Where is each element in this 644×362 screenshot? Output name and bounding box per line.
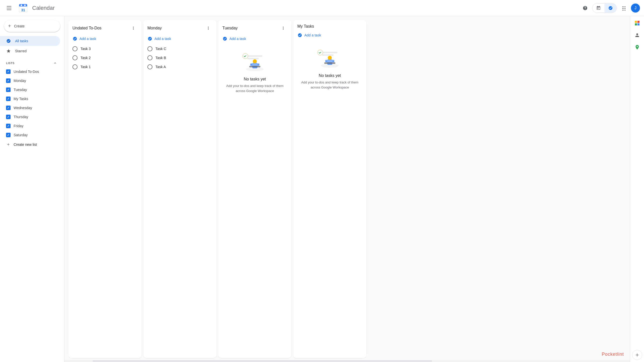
task-label: Task 1 [80,65,91,69]
header-left: 31 Calendar [4,3,55,13]
svg-rect-26 [324,62,335,64]
tasks-view-button[interactable] [605,4,617,13]
task-checkbox[interactable] [72,64,77,69]
create-plus-icon: + [8,23,11,29]
add-task-undated-button[interactable]: Add a task [68,34,141,44]
app-title: Calendar [32,5,55,11]
avatar[interactable]: J [631,4,640,13]
svg-rect-33 [637,23,639,25]
add-task-undated-label: Add a task [79,37,96,41]
column-tuesday-more-button[interactable] [279,24,287,32]
help-button[interactable] [580,3,590,13]
checkbox-thursday [6,115,11,119]
column-undated-more-button[interactable] [129,24,137,32]
google-calendar-logo: 31 [18,3,28,13]
calendar-view-button[interactable] [592,4,605,13]
create-button[interactable]: + Create [4,20,60,32]
collapse-lists-button[interactable] [52,60,58,66]
sidebar-item-starred[interactable]: Starred [0,46,60,56]
list-item-friday[interactable]: Friday [0,121,60,130]
list-item-monday[interactable]: Monday [0,76,60,85]
svg-rect-20 [322,54,334,56]
column-undated-header: Undated To-Dos [68,20,141,34]
add-task-tuesday-icon [222,36,227,41]
task-checkbox[interactable] [72,46,77,51]
right-add-button[interactable] [632,350,642,360]
add-task-my-tasks-icon [297,33,302,38]
svg-text:31: 31 [21,8,25,12]
add-task-monday-button[interactable]: Add a task [143,34,216,44]
right-maps-button[interactable] [632,42,642,52]
svg-rect-31 [637,21,639,23]
column-monday-more-button[interactable] [204,24,212,32]
add-task-my-tasks-button[interactable]: Add a task [293,31,366,41]
list-item-monday-label: Monday [14,79,26,83]
svg-point-25 [328,56,332,60]
column-tuesday: Tuesday Add a task [218,20,291,358]
list-item-my-tasks[interactable]: My Tasks [0,94,60,103]
right-contacts-icon [634,32,640,38]
task-item[interactable]: Task 2 [68,53,141,62]
checkbox-wednesday [6,106,11,110]
list-item-saturday[interactable]: Saturday [0,130,60,140]
add-task-tuesday-label: Add a task [229,37,246,41]
task-checkbox[interactable] [147,46,152,51]
task-checkbox[interactable] [147,64,152,69]
checkbox-undated [6,69,11,74]
app-header: 31 Calendar J [0,0,644,16]
sidebar: + Create All tasks Starred Lists Undated [0,16,64,362]
task-label: Task B [155,56,166,60]
add-task-monday-icon [147,36,152,41]
calendar-icon [596,6,601,10]
lists-section-title: Lists [6,62,15,65]
sidebar-item-all-tasks[interactable]: All tasks [0,36,60,46]
sidebar-item-all-tasks-label: All tasks [15,39,28,43]
task-checkbox[interactable] [147,55,152,60]
task-label: Task C [155,47,166,51]
more-vert-icon [131,26,136,30]
list-item-tuesday[interactable]: Tuesday [0,85,60,94]
list-item-saturday-label: Saturday [14,133,28,137]
right-contacts-button[interactable] [632,30,642,40]
task-item[interactable]: Task 3 [68,44,141,53]
task-item[interactable]: Task C [143,44,216,53]
my-tasks-empty-title: No tasks yet [319,73,341,78]
help-icon [583,6,588,11]
svg-rect-8 [247,55,262,57]
list-item-tuesday-label: Tuesday [14,88,27,92]
menu-button[interactable] [4,3,14,13]
tuesday-empty-desc: Add your to-dos and keep track of them a… [222,83,287,93]
right-tasks-button[interactable] [632,18,642,28]
task-item[interactable]: Task B [143,53,216,62]
starred-icon [6,49,11,54]
view-toggle [592,3,617,13]
column-tuesday-title: Tuesday [222,26,238,30]
list-item-undated[interactable]: Undated To-Dos [0,67,60,76]
right-tasks-icon [634,20,640,26]
list-item-wednesday[interactable]: Wednesday [0,103,60,112]
more-vert-icon [281,26,286,30]
checkbox-my-tasks [6,97,11,101]
list-item-thursday[interactable]: Thursday [0,112,60,121]
task-item[interactable]: Task 1 [68,62,141,71]
horizontal-scrollbar[interactable] [64,360,630,362]
column-monday-header: Monday [143,20,216,34]
my-tasks-empty-state: No tasks yet Add your to-dos and keep tr… [293,41,366,358]
task-item[interactable]: Task A [143,62,216,71]
list-item-wednesday-label: Wednesday [14,106,32,110]
svg-rect-28 [325,61,327,62]
plus-icon [635,352,640,357]
create-new-list-label: Create new list [14,143,37,147]
tuesday-empty-state: No tasks yet Add your to-dos and keep tr… [218,44,291,358]
task-checkbox[interactable] [72,55,77,60]
add-task-undated-icon [72,36,77,41]
svg-rect-19 [322,52,337,53]
create-new-list-button[interactable]: + Create new list [0,140,60,150]
more-vert-icon [206,26,211,30]
right-sidebar [630,16,644,362]
svg-point-14 [253,59,257,63]
add-task-tuesday-button[interactable]: Add a task [218,34,291,44]
checkbox-monday [6,78,11,83]
list-item-undated-label: Undated To-Dos [14,70,39,74]
google-apps-button[interactable] [619,3,629,13]
